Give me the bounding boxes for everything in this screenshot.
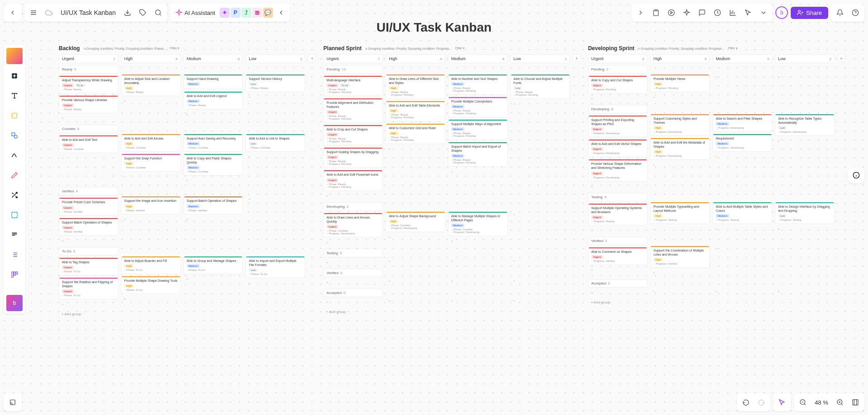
add-card-button[interactable]: + xyxy=(588,183,648,190)
column-header[interactable]: Medium6 xyxy=(448,54,508,63)
kanban-card[interactable]: Support Auto Saving and RecoveryMediumPh… xyxy=(184,134,243,152)
search-button[interactable] xyxy=(151,5,165,20)
add-card-button[interactable]: + xyxy=(184,111,243,118)
kanban-card[interactable]: Able to Adjust Boarder and FillHighPhase… xyxy=(121,256,181,274)
more-tools-icon[interactable]: ⋯ xyxy=(6,286,23,291)
kanban-card[interactable]: Able to Add and Edit LegendMediumPhase: … xyxy=(184,91,243,109)
kanban-card[interactable]: Able to Add and Edit ArrowsHighPhase: Co… xyxy=(121,134,181,152)
list-tool[interactable] xyxy=(6,247,23,263)
kanban-card[interactable]: Able to Group and Manage ShapesMediumPha… xyxy=(184,256,243,274)
kanban-card[interactable]: Provide Alignment and Ditribution Featur… xyxy=(323,98,383,123)
kanban-card[interactable]: Able to Customize Grid and RulerHighPhas… xyxy=(386,123,445,144)
add-column-button[interactable]: + xyxy=(837,54,845,62)
kanban-card[interactable]: Able to Recognize Table Types Automatica… xyxy=(775,114,835,136)
kanban-card[interactable]: Provide Multiple Typesetting and Layout … xyxy=(650,202,710,224)
column-header[interactable]: Medium3 xyxy=(712,54,772,63)
kanban-card[interactable]: Able to Number and Sort ShapesMediumPhas… xyxy=(448,74,508,95)
add-card-button[interactable]: + xyxy=(510,211,570,218)
back-button[interactable] xyxy=(5,5,20,20)
group-header[interactable]: Pending13 xyxy=(323,65,383,74)
group-header[interactable]: To Do6 xyxy=(59,247,118,256)
add-card-button[interactable]: + xyxy=(510,258,570,265)
diagram-tool[interactable] xyxy=(6,48,23,64)
add-card-button[interactable]: + xyxy=(510,298,570,304)
text-block-tool[interactable] xyxy=(6,227,23,243)
column-header[interactable]: Urgent7 xyxy=(323,54,383,63)
add-card-button[interactable]: + xyxy=(448,278,508,284)
kanban-card[interactable]: Support the Snap FunctionHighPhase: Coml… xyxy=(121,154,181,172)
kanban-card[interactable]: Support Multiple Ways of AlignmentMedium… xyxy=(448,119,508,140)
add-card-button[interactable]: + xyxy=(650,288,710,295)
kanban-card[interactable]: Able to Choose and Adjust Multiple Fonts… xyxy=(510,74,570,99)
add-card-button[interactable]: + xyxy=(121,173,181,180)
tool-sparkle-icon[interactable]: ✦ xyxy=(220,8,230,18)
ai-assistant-button[interactable]: AI Assistant xyxy=(172,9,219,16)
kanban-card[interactable]: Support Cutomizing Styles and ThemesHigh… xyxy=(650,114,710,136)
document-title[interactable]: UI/UX Task Kanban xyxy=(57,9,119,16)
add-card-button[interactable]: + xyxy=(510,278,570,284)
sparkle-icon[interactable] xyxy=(679,5,694,20)
add-card-button[interactable]: + xyxy=(588,267,648,274)
kanban-card[interactable]: Able to Search and Filter ShapesMediumPr… xyxy=(712,114,772,132)
column-header[interactable]: Urgent7 xyxy=(59,54,118,63)
column-header[interactable]: Low1 xyxy=(510,54,570,63)
kanban-card[interactable]: Able to Copy and Cut ShapesUrgentProgres… xyxy=(588,75,648,93)
connector-tool[interactable] xyxy=(6,147,23,163)
column-header[interactable]: High8 xyxy=(121,54,181,63)
add-card-button[interactable]: + xyxy=(510,101,570,107)
kanban-card[interactable]: Able to Manage Multiple Shapes in Differ… xyxy=(448,211,508,236)
frame-tool[interactable] xyxy=(6,68,23,84)
shape-tool[interactable] xyxy=(6,127,23,144)
board-name[interactable]: Backlog xyxy=(59,45,80,51)
comment-icon[interactable] xyxy=(695,5,709,20)
add-card-button[interactable]: + xyxy=(245,154,305,160)
board-name[interactable]: Developing Sprint xyxy=(588,45,635,51)
add-card-button[interactable]: + xyxy=(121,296,181,303)
kanban-tool[interactable] xyxy=(6,266,23,283)
kanban-card[interactable]: Able to Adjust Shape BackgroundHighPhase… xyxy=(386,211,445,232)
kanban-card[interactable]: Support Batch Operation of ShapesUrgentP… xyxy=(59,218,118,236)
add-card-button[interactable]: + xyxy=(712,288,772,295)
zoom-in-button[interactable] xyxy=(833,395,847,410)
kanban-card[interactable]: Provide Multiple ViewsHighProgress: Pend… xyxy=(650,74,710,92)
group-header[interactable]: Accepted0 xyxy=(323,289,383,297)
kanban-card[interactable]: Provide Preset Color SchemesUrgentPhase:… xyxy=(59,197,118,215)
add-card-button[interactable]: + xyxy=(245,280,305,287)
add-card-button[interactable]: + xyxy=(59,155,118,162)
zoom-level[interactable]: 48 % xyxy=(811,399,832,406)
kanban-card[interactable]: Able to Add Multiple Table Styles and Co… xyxy=(712,202,772,224)
add-card-button[interactable]: + xyxy=(650,94,710,101)
add-card-button[interactable]: + xyxy=(323,299,383,306)
group-header[interactable]: Verified0 xyxy=(323,269,383,277)
undo-button[interactable] xyxy=(739,395,753,410)
kanban-card[interactable]: Able to Add and Edit Table ElementsHighP… xyxy=(386,101,445,121)
add-card-button[interactable]: + xyxy=(775,74,835,81)
group-header[interactable]: Testing0 xyxy=(323,249,383,257)
add-card-button[interactable]: + xyxy=(650,162,710,168)
shuffle-tool[interactable] xyxy=(6,187,23,203)
add-card-button[interactable]: + xyxy=(386,234,445,241)
add-column-button[interactable]: + xyxy=(573,54,581,62)
brand-tool[interactable]: b xyxy=(6,295,23,311)
group-header[interactable]: Testing4 xyxy=(588,193,648,201)
add-card-button[interactable]: + xyxy=(59,238,118,244)
add-card-button[interactable]: + xyxy=(448,168,508,175)
group-header[interactable]: Verified2 xyxy=(588,237,648,245)
add-card-button[interactable]: + xyxy=(650,226,710,233)
column-header[interactable]: High5 xyxy=(650,54,710,63)
more-options-button[interactable] xyxy=(756,5,771,20)
kanban-card[interactable]: Support the Rotation and Flipping of Sha… xyxy=(59,277,118,299)
add-card-button[interactable]: + xyxy=(323,193,383,200)
kanban-card[interactable]: Adjust Transparency While DrawingUrgentT… xyxy=(59,75,118,93)
kanban-card[interactable]: RequirementMediumProgress: Developing xyxy=(712,134,772,152)
add-card-button[interactable]: + xyxy=(386,298,445,304)
kanban-card[interactable]: Provide Various Shape LibrariesUrgentPha… xyxy=(59,95,118,113)
kanban-card[interactable]: Able to Design Interface by Dragging and… xyxy=(775,202,835,224)
menu-button[interactable] xyxy=(26,5,41,20)
add-card-button[interactable]: + xyxy=(245,94,305,101)
add-card-button[interactable]: + xyxy=(712,246,772,252)
add-card-button[interactable]: + xyxy=(323,239,383,246)
play-icon[interactable] xyxy=(664,5,679,20)
text-tool[interactable] xyxy=(6,88,23,104)
add-card-button[interactable]: + xyxy=(386,146,445,153)
